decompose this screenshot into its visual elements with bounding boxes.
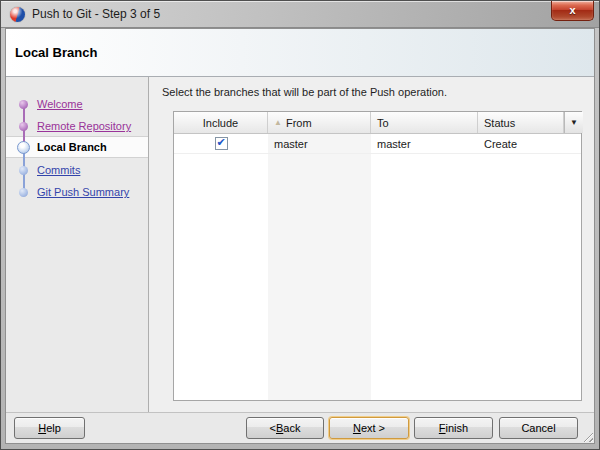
step-label[interactable]: Commits [37, 164, 80, 176]
check-icon: ✔ [216, 137, 225, 148]
dialog-window: Push to Git - Step 3 of 5 x Local Branch… [0, 0, 600, 450]
finish-button[interactable]: Finish [414, 417, 493, 439]
button-label: ack [283, 422, 300, 434]
step-label[interactable]: Welcome [37, 98, 83, 110]
status-cell: Create [478, 138, 564, 150]
step-dot-icon [19, 100, 28, 109]
wizard-steps-sidebar: Welcome Remote Repository Local Branch C… [6, 77, 149, 412]
column-label: From [286, 117, 312, 129]
column-header-to[interactable]: To [371, 112, 478, 133]
column-chooser-button[interactable]: ▼ [564, 112, 583, 133]
sorted-column-shade [268, 134, 371, 400]
step-welcome[interactable]: Welcome [6, 94, 148, 114]
instruction-text: Select the branches that will be part of… [162, 86, 447, 98]
button-label: elp [46, 422, 61, 434]
table-row[interactable]: ✔ master master Create [174, 134, 581, 154]
step-git-push-summary[interactable]: Git Push Summary [6, 182, 148, 202]
button-mnemonic: F [439, 422, 446, 434]
help-button[interactable]: Help [14, 417, 85, 439]
button-mnemonic: B [276, 422, 283, 434]
step-label: Local Branch [37, 141, 107, 153]
column-label: To [377, 117, 389, 129]
button-mnemonic: N [353, 422, 361, 434]
cancel-button[interactable]: Cancel [499, 417, 578, 439]
column-label: Include [203, 117, 238, 129]
dialog-body: Local Branch Welcome Remote Repository L… [5, 28, 595, 444]
close-button[interactable]: x [551, 1, 594, 21]
table-header-row: Include ▲ From To Status ▼ [174, 112, 581, 134]
wizard-page-header: Local Branch [6, 29, 594, 77]
column-header-from[interactable]: ▲ From [268, 112, 371, 133]
step-local-branch[interactable]: Local Branch [6, 137, 148, 157]
page-title: Local Branch [15, 45, 97, 60]
step-dot-icon [19, 188, 28, 197]
table-body: ✔ master master Create [174, 134, 581, 400]
window-title: Push to Git - Step 3 of 5 [32, 7, 160, 21]
step-label[interactable]: Git Push Summary [37, 186, 129, 198]
column-header-include[interactable]: Include [174, 112, 268, 133]
include-checkbox[interactable]: ✔ [215, 137, 228, 150]
title-bar[interactable]: Push to Git - Step 3 of 5 x [1, 1, 599, 28]
button-label: inish [446, 422, 469, 434]
column-header-status[interactable]: Status [478, 112, 564, 133]
main-panel: Select the branches that will be part of… [149, 77, 594, 412]
from-cell: master [268, 138, 371, 150]
to-cell: master [371, 138, 478, 150]
sort-ascending-icon: ▲ [274, 119, 282, 127]
button-mnemonic: H [38, 422, 46, 434]
app-icon [10, 7, 25, 22]
step-remote-repository[interactable]: Remote Repository [6, 116, 148, 136]
step-dot-icon [19, 166, 28, 175]
back-button[interactable]: < Back [246, 417, 324, 439]
next-button[interactable]: Next > [329, 417, 409, 439]
step-dot-current-icon [17, 141, 30, 154]
button-label: ext > [361, 422, 385, 434]
step-label[interactable]: Remote Repository [37, 120, 131, 132]
step-commits[interactable]: Commits [6, 160, 148, 180]
column-label: Status [484, 117, 515, 129]
chevron-down-icon: ▼ [570, 119, 578, 127]
button-label: Cancel [521, 422, 555, 434]
step-dot-icon [19, 122, 28, 131]
button-bar: Help < Back Next > Finish Cancel [6, 412, 594, 443]
resize-grip[interactable] [581, 430, 593, 442]
branches-table: Include ▲ From To Status ▼ [173, 111, 582, 401]
include-cell: ✔ [174, 137, 268, 150]
